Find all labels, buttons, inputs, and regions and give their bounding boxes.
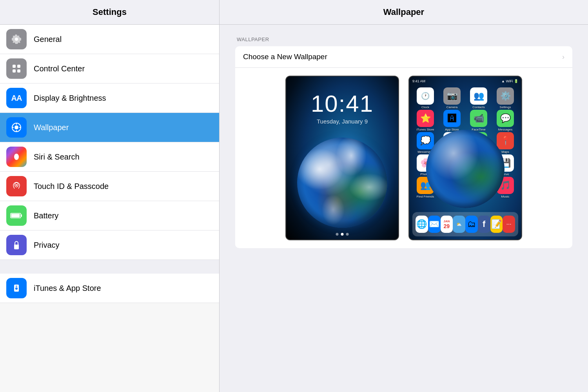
svg-rect-4 (17, 69, 20, 73)
separator-section-1 (0, 260, 219, 274)
earth-clouds (297, 138, 387, 228)
music-label: Music (501, 195, 510, 198)
dock-facebook: f (478, 216, 490, 233)
find-friends-label: Find Friends (417, 195, 434, 198)
display-label: Display & Brightness (34, 94, 106, 103)
sidebar-item-general[interactable]: General (0, 25, 219, 54)
home-status-time: 9:41 AM (412, 79, 425, 83)
battery-label: Battery (34, 211, 58, 220)
homescreen-preview[interactable]: 9:41 AM ▲ WiFi 🔋 🕐 Clock 📷 (408, 76, 522, 240)
messages-icon: 💬 (497, 110, 514, 127)
app-itunes-store: ⭐ iTunes Store (412, 110, 438, 131)
camera-label: Camera (446, 105, 457, 109)
svg-rect-3 (13, 69, 16, 73)
itunes-icon (6, 278, 27, 298)
privacy-icon (6, 235, 27, 255)
lockscreen-time: 10:41 (311, 90, 374, 117)
app-clock: 🕐 Clock (412, 87, 438, 109)
homescreen-background: 9:41 AM ▲ WiFi 🔋 🕐 Clock 📷 (409, 76, 521, 240)
contacts-label: Contacts (472, 105, 485, 109)
earth-globe-homescreen (426, 130, 505, 208)
svg-point-12 (15, 156, 18, 158)
app-facetime: 📹 FaceTime (466, 110, 492, 131)
app-messages: 💬 Messages (492, 110, 518, 131)
lockscreen-background: 10:41 Tuesday, January 9 (286, 76, 398, 240)
sidebar-item-control-center[interactable]: Control Center (0, 54, 219, 83)
lockscreen-preview[interactable]: 10:41 Tuesday, January 9 (285, 76, 399, 240)
settings-section-stores: iTunes & App Store (0, 274, 219, 303)
sidebar-item-battery[interactable]: Battery (0, 201, 219, 230)
wallpaper-label: Wallpaper (34, 123, 69, 132)
app-contacts: 👥 Contacts (466, 87, 492, 109)
settings-list: General Control Center AA Display & Brig… (0, 25, 219, 392)
chevron-right-icon: › (562, 53, 564, 61)
wallpaper-previews: 10:41 Tuesday, January 9 (235, 68, 572, 248)
sidebar-item-display[interactable]: AA Display & Brightness (0, 83, 219, 113)
main-body: WALLPAPER Choose a New Wallpaper › 10:41… (220, 25, 588, 392)
sidebar-title: Settings (8, 7, 211, 17)
sidebar-item-wallpaper[interactable]: Wallpaper (0, 113, 219, 142)
clock-label: Clock (421, 105, 429, 109)
itunes-store-icon: ⭐ (417, 110, 434, 127)
contacts-icon: 👥 (470, 87, 487, 105)
touchid-icon (6, 176, 27, 196)
svg-rect-16 (21, 214, 22, 217)
siri-label: Siri & Search (34, 152, 80, 162)
settings-section-main: General Control Center AA Display & Brig… (0, 25, 219, 260)
general-label: General (34, 35, 62, 44)
home-status-icons: ▲ WiFi 🔋 (501, 79, 518, 83)
main-header: Wallpaper (220, 0, 588, 25)
sidebar-item-privacy[interactable]: Privacy (0, 230, 219, 260)
clock-icon: 🕐 (417, 87, 434, 105)
dot-3 (346, 233, 349, 236)
dock-more: ··· (503, 216, 515, 233)
app-camera: 📷 Camera (439, 87, 465, 109)
svg-rect-1 (13, 65, 16, 68)
dot-2 (341, 233, 344, 236)
svg-point-13 (16, 184, 17, 186)
choose-wallpaper-row[interactable]: Choose a New Wallpaper › (235, 46, 572, 68)
settings-home-label: Settings (500, 105, 511, 109)
sidebar-item-siri[interactable]: Siri & Search (0, 142, 219, 172)
siri-icon (6, 147, 27, 167)
messenger-icon: 💭 (417, 132, 434, 149)
app-store-icon: 🅰 (443, 110, 461, 127)
earth-globe-lockscreen (297, 138, 387, 228)
general-icon (6, 29, 27, 49)
main-content: Wallpaper WALLPAPER Choose a New Wallpap… (220, 0, 588, 392)
dock-mail: ✉️ (428, 216, 441, 233)
lock-page-dots (336, 233, 349, 236)
svg-rect-2 (17, 65, 20, 68)
sidebar: Settings General Control Center AA (0, 0, 220, 392)
svg-point-6 (15, 125, 18, 129)
dock-chrome: 🌐 (416, 216, 428, 233)
main-title: Wallpaper (227, 7, 580, 17)
wallpaper-icon (6, 117, 27, 138)
svg-rect-15 (11, 214, 20, 218)
dot-1 (336, 233, 339, 236)
choose-wallpaper-label: Choose a New Wallpaper (243, 53, 559, 61)
control-center-icon (6, 58, 27, 79)
itunes-store-label: iTunes Store (416, 128, 434, 131)
dock-calendar: JAN 29 (441, 216, 453, 233)
settings-icon-home: ⚙️ (497, 87, 514, 105)
lockscreen-date: Tuesday, January 9 (317, 118, 368, 125)
battery-icon (6, 205, 27, 226)
itunes-label: iTunes & App Store (34, 284, 101, 293)
wallpaper-card: Choose a New Wallpaper › 10:41 Tuesday, … (235, 46, 572, 248)
app-settings: ⚙️ Settings (492, 87, 518, 109)
facetime-icon: 📹 (470, 110, 487, 127)
app-app-store: 🅰 App Store (439, 110, 465, 131)
sidebar-item-itunes[interactable]: iTunes & App Store (0, 274, 219, 303)
maps-label: Maps (501, 150, 509, 154)
dock-notes: 📝 (490, 216, 503, 233)
dock-files: 🗂 (465, 216, 478, 233)
wallpaper-section-label: WALLPAPER (237, 36, 572, 42)
control-center-label: Control Center (34, 64, 85, 73)
sidebar-header: Settings (0, 0, 219, 25)
maps-icon: 📍 (497, 132, 514, 149)
sidebar-item-touchid[interactable]: Touch ID & Passcode (0, 172, 219, 201)
home-dock: 🌐 ✉️ JAN 29 ⛅ 🗂 (412, 212, 518, 236)
camera-icon: 📷 (443, 87, 461, 105)
touchid-label: Touch ID & Passcode (34, 182, 109, 191)
